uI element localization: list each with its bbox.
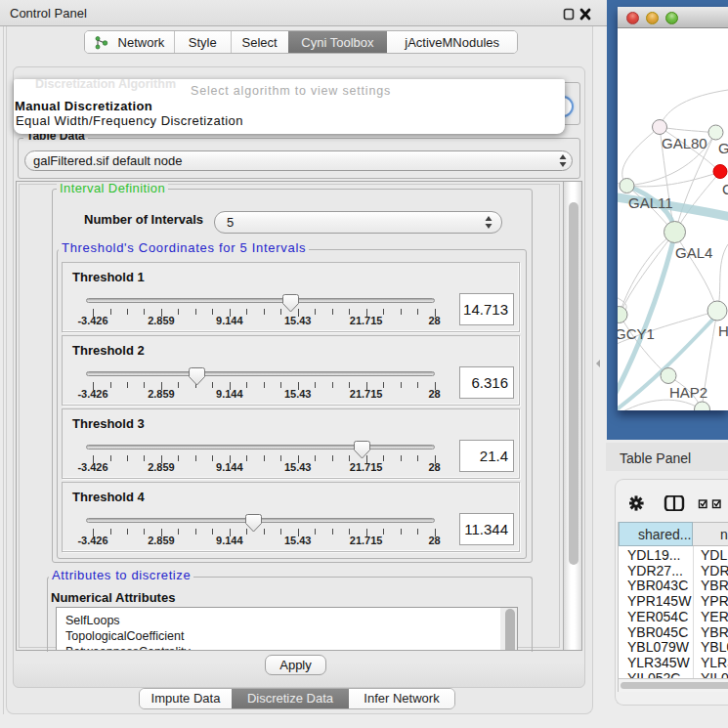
svg-text:GAL4: GAL4 [675, 244, 712, 261]
svg-text:H: H [718, 322, 728, 339]
svg-text:GA: GA [718, 140, 728, 156]
svg-text:GCY1: GCY1 [618, 325, 655, 342]
svg-text:C: C [722, 181, 728, 197]
svg-text:GAL80: GAL80 [662, 135, 707, 151]
svg-text:HAP2: HAP2 [669, 384, 707, 401]
svg-text:GAL11: GAL11 [628, 194, 673, 211]
